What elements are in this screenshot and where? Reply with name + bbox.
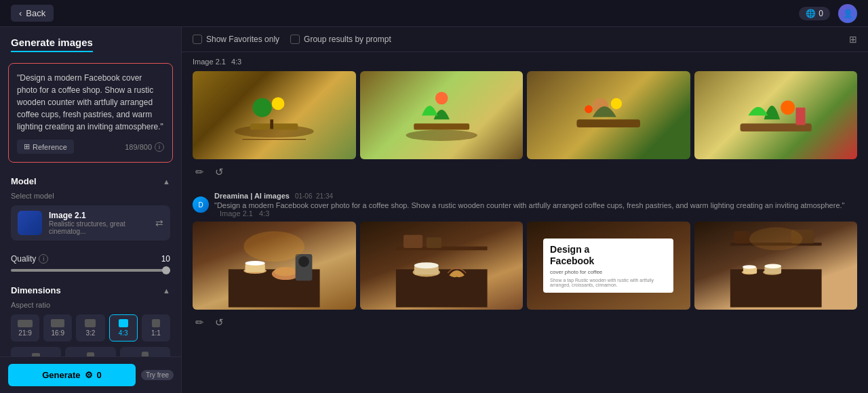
craft-svg-2 <box>368 76 515 155</box>
generate-button[interactable]: Generate ⚙ 0 <box>8 364 136 386</box>
coffee-image-4-overlay <box>694 222 858 310</box>
craft-image-2[interactable] <box>360 71 524 159</box>
dimensions-chevron: ▲ <box>163 287 170 295</box>
generate-area: Generate ⚙ 0 Try free <box>0 356 182 393</box>
show-favorites-text: Show Favorites only <box>206 35 279 44</box>
section2-user-name: Dreamina | AI images <box>214 192 290 200</box>
coffee-image-1-overlay <box>193 222 356 310</box>
coffee-image-4[interactable] <box>694 222 858 310</box>
aspect-3-2[interactable]: 3:2 <box>76 314 104 342</box>
svg-point-19 <box>245 261 265 266</box>
quality-fill <box>11 269 170 272</box>
quality-header: Quality i 10 <box>11 254 170 264</box>
quality-info-icon: i <box>39 254 48 264</box>
section1-meta: Image 2.1 4:3 <box>193 58 857 66</box>
section2-refresh-button[interactable]: ↺ <box>212 314 226 331</box>
show-favorites-checkbox[interactable] <box>193 35 202 44</box>
model-thumbnail <box>18 211 42 235</box>
edit-icon: ✏ <box>195 166 204 178</box>
model-section-title: Model <box>11 176 37 186</box>
craft-image-3-overlay <box>527 71 690 159</box>
model-name: Image 2.1 <box>49 211 149 220</box>
section2-prompt-text: "Design a modern Facebook cover photo fo… <box>214 201 857 218</box>
aspect-4-3[interactable]: 4:3 <box>109 314 138 342</box>
svg-rect-30 <box>403 235 422 248</box>
back-arrow-icon: ‹ <box>19 8 22 18</box>
aspect-16-9[interactable]: 16:9 <box>43 314 72 342</box>
section2-ratio: 4:3 <box>259 209 269 218</box>
craft-image-1[interactable] <box>193 71 356 159</box>
dimensions-header: Dimensions ▲ <box>11 285 170 295</box>
model-desc: Realistic structures, great cinematog... <box>49 220 149 235</box>
section2-edit-button[interactable]: ✏ <box>193 314 207 331</box>
svg-rect-41 <box>734 231 749 243</box>
craft-svg-1 <box>201 76 347 155</box>
section2-date: 01-06 21:34 <box>295 192 333 200</box>
model-section-header: Model ▲ <box>11 176 170 186</box>
quality-thumb[interactable] <box>162 266 170 274</box>
content-toolbar: Show Favorites only Group results by pro… <box>182 27 868 52</box>
group-results-checkbox[interactable] <box>290 35 300 44</box>
content-area: Show Favorites only Group results by pro… <box>182 27 868 393</box>
reference-label: Reference <box>33 143 67 151</box>
coffee-svg-4 <box>698 224 853 308</box>
refresh-icon: ↺ <box>215 166 224 178</box>
coffee-image-2[interactable] <box>360 222 524 310</box>
prompt-footer: ⊞ Reference 189/800 i <box>17 140 164 154</box>
prompt-box[interactable]: "Design a modern Facebook cover photo fo… <box>8 63 173 163</box>
quality-label: Quality i <box>11 254 48 264</box>
coffee-image-1[interactable] <box>193 222 356 310</box>
svg-point-3 <box>253 98 272 117</box>
quality-text: Quality <box>11 254 36 264</box>
save-icon[interactable]: ⊞ <box>849 34 857 45</box>
svg-point-6 <box>406 129 477 140</box>
svg-point-35 <box>742 265 755 269</box>
gear-icon: ⚙ <box>85 370 93 380</box>
craft-image-4[interactable] <box>694 71 858 159</box>
section2-name-row: Dreamina | AI images 01-06 21:34 <box>214 192 857 200</box>
reference-button[interactable]: ⊞ Reference <box>17 140 74 154</box>
back-button[interactable]: ‹ Back <box>11 5 54 22</box>
aspect-ratio-grid: 21:9 16:9 3:2 4:3 1:1 <box>11 314 170 342</box>
svg-rect-7 <box>414 123 469 129</box>
prompt-text: "Design a modern Facebook cover photo fo… <box>17 72 164 133</box>
section1-edit-button[interactable]: ✏ <box>193 163 207 181</box>
facebook-card-overlay: Design aFacebook cover photo for coffee … <box>527 222 690 310</box>
nav-right: 🌐 0 👤 <box>799 4 857 23</box>
aspect-21-9[interactable]: 21:9 <box>11 314 39 342</box>
group-results-label[interactable]: Group results by prompt <box>290 35 391 44</box>
aspect-1-1-icon <box>152 319 160 327</box>
aspect-16-9-icon <box>51 319 64 327</box>
quality-slider[interactable] <box>11 269 170 272</box>
images-container: Image 2.1 4:3 <box>182 52 868 348</box>
sidebar-title: Generate images <box>11 37 93 52</box>
model-info: Image 2.1 Realistic structures, great ci… <box>49 211 149 235</box>
sidebar: Generate images "Design a modern Faceboo… <box>0 27 182 393</box>
aspect-21-9-icon <box>18 320 33 327</box>
user-avatar[interactable]: 👤 <box>838 4 857 23</box>
coffee-svg-1 <box>197 224 351 308</box>
svg-rect-15 <box>795 107 805 125</box>
image-section-1: Image 2.1 4:3 <box>193 58 857 181</box>
section1-refresh-button[interactable]: ↺ <box>212 163 226 181</box>
show-favorites-label[interactable]: Show Favorites only <box>193 35 279 44</box>
svg-point-12 <box>585 105 593 113</box>
aspect-1-1[interactable]: 1:1 <box>142 314 170 342</box>
craft-image-3[interactable] <box>527 71 690 159</box>
craft-svg-4 <box>703 76 849 155</box>
facebook-card-image[interactable]: Design aFacebook cover photo for coffee … <box>527 222 690 310</box>
globe-icon: 🌐 <box>806 9 816 18</box>
svg-point-24 <box>243 231 304 262</box>
char-count-value: 189/800 <box>125 143 152 151</box>
svg-point-28 <box>414 263 438 269</box>
facebook-card-subtitle: cover photo for coffee <box>550 269 667 275</box>
facebook-card: Design aFacebook cover photo for coffee … <box>543 239 673 293</box>
svg-point-8 <box>435 91 448 104</box>
facebook-card-title: Design aFacebook <box>550 244 667 267</box>
info-icon: i <box>155 142 164 152</box>
model-card[interactable]: Image 2.1 Realistic structures, great ci… <box>11 205 170 241</box>
dimensions-title: Dimensions <box>11 285 61 295</box>
svg-rect-0 <box>226 76 321 155</box>
svg-rect-9 <box>576 119 640 127</box>
model-settings-button[interactable]: ⇄ <box>155 218 163 228</box>
